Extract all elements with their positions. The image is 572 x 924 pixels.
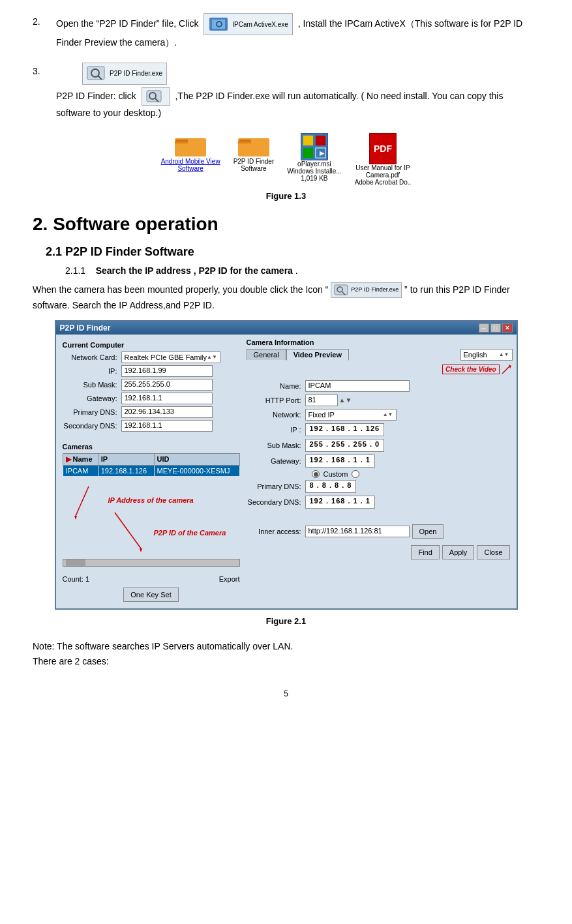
subsubsection-title: Search the IP address , P2P ID for the c… [96,265,293,276]
figure-1-3-icons: Android Mobile ViewSoftware P2P ID Finde… [33,133,539,186]
body-text-doubleclick: When the camera has been mounted properl… [33,282,539,314]
radio-other[interactable] [352,470,359,478]
current-computer-label: Current Computer [63,341,240,349]
camera-row[interactable]: IPCAM 192.168.1.126 MEYE-000000-XESMJ [63,465,239,476]
svg-rect-15 [239,140,251,142]
inner-access-label: Inner access: [247,528,305,535]
check-video-row: Check the Video [247,363,513,376]
p2p-annotation: P2P ID of the Camera [154,529,226,537]
right-panel: Camera Information General Video Preview… [247,338,513,604]
check-video-arrow [500,363,513,376]
network-card-value: Realtek PCIe GBE Family [125,353,207,361]
p2p-finder-icon-inline [142,87,170,106]
open-button[interactable]: Open [412,524,444,539]
radio-custom[interactable] [312,470,320,478]
close-button[interactable]: ✕ [502,323,513,333]
figure-2-1-caption: Figure 2.1 [33,616,539,626]
svg-marker-26 [74,516,77,520]
svg-line-25 [76,486,89,516]
gateway-row: Gateway: 192.168.1.1 [63,393,240,404]
network-arrow: ▲▼ [383,411,393,417]
cameras-label: Cameras [63,443,240,451]
p2p-window-screenshot: P2P ID Finder ─ □ ✕ Current Computer Net… [55,320,518,610]
col-uid-header: UID [154,453,239,465]
step2-number: 2. [33,16,40,27]
step3-number: 3. [33,66,40,76]
camera-ip-row: IP : 192 . 168 . 1 . 126 [247,423,513,436]
svg-text:▶: ▶ [320,150,325,156]
name-value: IPCAM [305,380,410,392]
minimize-button[interactable]: ─ [479,323,489,333]
close-window-button[interactable]: Close [477,545,509,559]
ipcam-activex-icon: IPCam ActiveX.exe [203,13,293,35]
name-row: Name: IPCAM [247,380,513,392]
camera-submask-row: Sub Mask: 255 . 255 . 255 . 0 [247,439,513,452]
camera-ip-label: IP : [247,426,305,434]
submask-label: Sub Mask: [63,381,121,389]
inner-access-value: http://192.168.1.126:81 [305,526,410,537]
p2p-folder-item: P2P ID FinderSoftware [233,133,275,172]
camera-primary-dns-row: Primary DNS: 8 . 8 . 8 . 8 [247,480,513,493]
page-number: 5 [33,689,539,698]
network-value: Fixed IP [309,411,335,419]
maximize-button[interactable]: □ [490,323,501,333]
camera-ip-field: 192 . 168 . 1 . 126 [305,423,385,436]
current-computer-section: Current Computer Network Card: Realtek P… [60,338,243,436]
http-port-label: HTTP Port: [247,396,305,404]
step-3: 3. P2P ID Finder.exe P2P ID Finder: clic… [33,63,539,121]
note-section: Note: The software searches IP Servers a… [33,639,539,670]
count-label: Count: 1 [63,575,90,583]
p2p-main-content: Current Computer Network Card: Realtek P… [56,335,517,608]
camera-secondary-dns-field: 192 . 168 . 1 . 1 [305,496,375,509]
body-text-part1: When the camera has been mounted properl… [33,284,328,295]
name-label: Name: [247,382,305,390]
primary-dns-label: Primary DNS: [63,408,121,416]
one-key-set-row: One Key Set [60,585,243,604]
camera-primary-dns-field: 8 . 8 . 8 . 8 [305,480,357,493]
tab-general[interactable]: General [247,349,286,360]
svg-rect-4 [87,67,104,80]
subsection-2-1-title: 2.1 P2P ID Finder Software [46,245,539,259]
network-card-row: Network Card: Realtek PCIe GBE Family ▲▼ [63,351,240,363]
camera-secondary-dns-label: Secondary DNS: [247,498,305,506]
camera-gateway-row: Gateway: 192 . 168 . 1 . 1 [247,455,513,468]
radio-custom-label: Custom [324,470,348,478]
find-button[interactable]: Find [411,545,439,559]
camera-primary-dns-label: Primary DNS: [247,483,305,490]
cameras-table: ▶ Name IP UID IPCAM 192.168.1.126 MEYE-0… [63,453,240,477]
network-card-dropdown[interactable]: Realtek PCIe GBE Family ▲▼ [121,351,220,363]
gateway-value: 192.168.1.1 [121,393,213,404]
step3-text1: P2P ID Finder: click [56,91,136,101]
port-spinner[interactable]: ▲▼ [339,396,352,404]
primary-dns-value: 202.96.134.133 [121,406,213,418]
apply-button[interactable]: Apply [442,545,475,559]
note-line1: Note: The software searches IP Servers a… [33,639,539,655]
secondary-dns-row: Secondary DNS: 192.168.1.1 [63,420,240,432]
http-port-value: 81 [305,395,338,406]
gateway-label: Gateway: [63,395,121,402]
network-dropdown[interactable]: Fixed IP ▲▼ [305,409,397,421]
camera-uid-cell: MEYE-000000-XESMJ [154,465,239,476]
camera-submask-field: 255 . 255 . 255 . 0 [305,439,385,452]
pdf-item: PDF User Manual for IPCamera.pdfAdobe Ac… [355,133,412,186]
left-panel: Current Computer Network Card: Realtek P… [60,338,243,604]
android-folder-item: Android Mobile ViewSoftware [161,133,220,172]
language-dropdown[interactable]: English ▲▼ [460,349,513,361]
tab-video-preview[interactable]: Video Preview [286,349,349,361]
svg-rect-17 [303,135,313,145]
svg-marker-28 [140,548,142,552]
camera-name-cell: IPCAM [63,465,98,476]
one-key-set-button[interactable]: One Key Set [123,588,178,602]
step-2: 2. Open the “P2P ID Finder” file, Click … [33,13,539,51]
tabs-row: General Video Preview English ▲▼ [247,349,513,361]
camera-secondary-dns-row: Secondary DNS: 192 . 168 . 1 . 1 [247,496,513,509]
step2-text1: Open the “P2P ID Finder” file, Click [56,18,198,29]
ip-label: IP: [63,367,121,375]
submask-row: Sub Mask: 255.255.255.0 [63,379,240,391]
secondary-dns-label: Secondary DNS: [63,422,121,430]
http-port-row: HTTP Port: 81 ▲▼ [247,395,513,406]
section-2-title: 2. Software operation [33,214,539,235]
camera-gateway-field: 192 . 168 . 1 . 1 [305,455,375,468]
horizontal-scrollbar[interactable] [63,559,240,567]
export-label: Export [219,575,240,583]
